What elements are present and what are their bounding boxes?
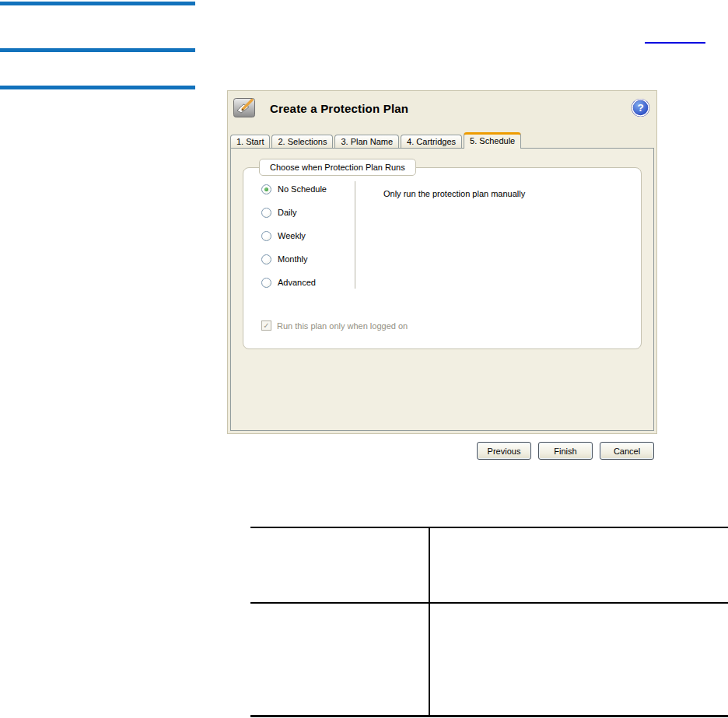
cancel-button[interactable]: Cancel bbox=[600, 442, 654, 460]
schedule-radio-group: No Schedule Daily Weekly Monthly Advance… bbox=[261, 177, 327, 294]
checkbox-label: Run this plan only when logged on bbox=[277, 321, 408, 331]
radio-option-weekly[interactable]: Weekly bbox=[261, 224, 327, 247]
table-row bbox=[250, 528, 728, 604]
table-cell bbox=[430, 528, 728, 602]
tab-start[interactable]: 1. Start bbox=[230, 135, 270, 149]
radio-option-monthly[interactable]: Monthly bbox=[261, 247, 327, 271]
radio-icon bbox=[261, 231, 271, 241]
svg-text:?: ? bbox=[637, 102, 643, 114]
radio-icon bbox=[261, 208, 271, 218]
table-cell bbox=[250, 528, 430, 602]
radio-option-advanced[interactable]: Advanced bbox=[261, 271, 327, 294]
radio-label: Daily bbox=[278, 208, 296, 217]
radio-label: No Schedule bbox=[278, 184, 327, 194]
tab-schedule[interactable]: 5. Schedule bbox=[464, 132, 521, 149]
finish-button[interactable]: Finish bbox=[538, 442, 593, 460]
radio-label: Weekly bbox=[278, 231, 306, 240]
protection-plan-icon bbox=[233, 97, 257, 118]
accent-bar bbox=[0, 86, 195, 89]
tab-cartridges[interactable]: 4. Cartridges bbox=[401, 135, 462, 149]
checkbox-icon: ✓ bbox=[261, 320, 271, 331]
create-protection-plan-dialog: Create a Protection Plan ? 1. Start 2. S… bbox=[227, 90, 657, 434]
schedule-tab-panel: Choose when Protection Plan Runs No Sche… bbox=[230, 148, 654, 431]
table-cell bbox=[250, 604, 430, 715]
logged-on-checkbox[interactable]: ✓ Run this plan only when logged on bbox=[261, 320, 408, 331]
hyperlink-underline[interactable] bbox=[645, 42, 705, 44]
wizard-button-row: Previous Finish Cancel bbox=[477, 442, 654, 460]
radio-label: Monthly bbox=[278, 254, 308, 264]
doc-table bbox=[250, 527, 728, 717]
radio-label: Advanced bbox=[278, 278, 316, 287]
radio-icon bbox=[261, 278, 271, 288]
dialog-title: Create a Protection Plan bbox=[270, 102, 408, 115]
radio-icon bbox=[261, 254, 271, 264]
accent-bar bbox=[0, 2, 195, 5]
group-label: Choose when Protection Plan Runs bbox=[259, 159, 416, 176]
help-icon[interactable]: ? bbox=[631, 98, 650, 117]
radio-option-no-schedule[interactable]: No Schedule bbox=[261, 177, 327, 201]
radio-icon bbox=[261, 184, 271, 194]
previous-button[interactable]: Previous bbox=[477, 442, 531, 460]
wizard-tabs: 1. Start 2. Selections 3. Plan Name 4. C… bbox=[230, 132, 654, 149]
dialog-header: Create a Protection Plan ? bbox=[233, 96, 651, 131]
radio-option-daily[interactable]: Daily bbox=[261, 201, 327, 224]
tab-plan-name[interactable]: 3. Plan Name bbox=[334, 135, 399, 149]
options-divider bbox=[355, 181, 355, 289]
schedule-description: Only run the protection plan manually bbox=[383, 189, 525, 198]
table-row bbox=[250, 604, 728, 715]
tab-selections[interactable]: 2. Selections bbox=[271, 135, 333, 149]
schedule-options-group: Choose when Protection Plan Runs No Sche… bbox=[243, 167, 642, 349]
accent-bar bbox=[0, 48, 195, 52]
table-cell bbox=[430, 604, 728, 715]
